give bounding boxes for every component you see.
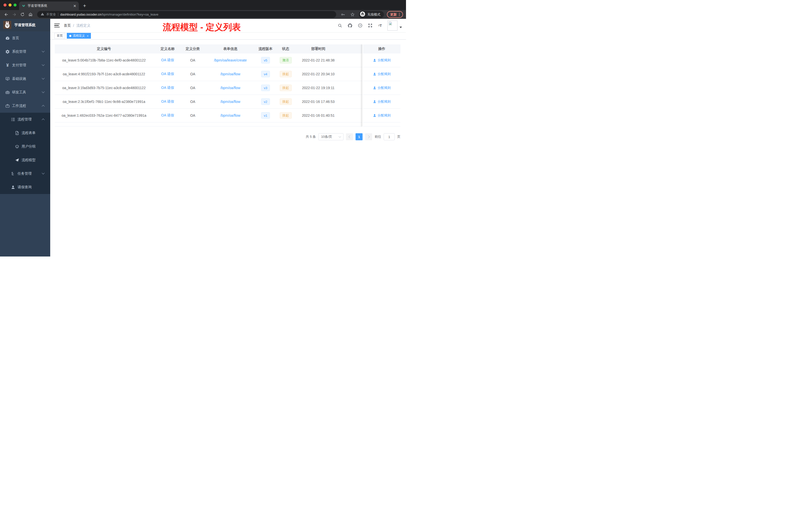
fullscreen-icon[interactable] [367, 22, 373, 29]
browser-menu-icon[interactable] [399, 13, 400, 16]
definition-name-link[interactable]: OA 请假 [161, 99, 174, 104]
sidebar-item-user-group[interactable]: 用户分组 [0, 140, 50, 153]
form-link[interactable]: /bpm/oa/flow [221, 100, 240, 104]
page-size-select[interactable]: 10条/页 [318, 133, 344, 140]
warning-triangle-icon[interactable] [41, 12, 44, 17]
sidebar-item-devtools[interactable]: 研发工具 [0, 86, 50, 99]
url-host: dashboard.yudao.iocoder.cn [60, 12, 101, 16]
sidebar-item-leave-query[interactable]: 请假查询 [0, 180, 50, 194]
close-window-button[interactable] [3, 3, 6, 6]
current-page-button[interactable]: 1 [355, 133, 362, 140]
update-button[interactable]: 更新 [387, 11, 403, 18]
monitor-icon [5, 76, 10, 81]
assign-rule-link[interactable]: 分配规则 [373, 99, 391, 104]
version-tag: v5 [261, 57, 270, 63]
maximize-window-button[interactable] [13, 3, 17, 6]
font-size-icon[interactable]: тT [377, 22, 383, 29]
sidebar-item-label: 流程表单 [22, 131, 36, 135]
sidebar-item-infra[interactable]: 基础设施 [0, 72, 50, 86]
svg-text:?: ? [359, 24, 360, 27]
chevron-down-icon [42, 50, 45, 52]
sidebar-collapse-icon[interactable] [54, 24, 60, 28]
col-header-deployed: 部署时间 [297, 47, 339, 51]
sidebar-item-process-form[interactable]: 流程表单 [0, 126, 50, 140]
form-link[interactable]: /bpm/oa/flow [221, 86, 240, 90]
sidebar-item-label: 系统管理 [12, 50, 26, 54]
avatar[interactable] [387, 21, 398, 31]
reload-icon[interactable] [19, 11, 26, 18]
incognito-icon [360, 11, 365, 18]
assign-rule-link[interactable]: 分配规则 [373, 86, 391, 90]
goto-label: 前往 [375, 134, 381, 139]
bookmark-star-icon[interactable] [349, 11, 356, 18]
app-title: 芋道管理系统 [14, 23, 35, 27]
tag-home[interactable]: 首页 [54, 33, 65, 39]
sidebar-item-process-mgmt[interactable]: 流程管理 [0, 113, 50, 126]
sidebar-item-home[interactable]: 首页 [0, 31, 50, 45]
col-header-version: 流程版本 [257, 47, 274, 51]
definition-name-link[interactable]: OA 请假 [161, 58, 174, 62]
address-bar[interactable]: 不安全 dashboard.yudao.iocoder.cn/bpm/manag… [37, 11, 336, 18]
cell-deployed-time: 2022-01-22 19:19:11 [297, 86, 339, 90]
assign-rule-link[interactable]: 分配规则 [373, 113, 391, 118]
col-header-category: 定义分类 [182, 47, 203, 51]
sidebar-item-workflow[interactable]: 工作流程 [0, 99, 50, 113]
incognito-badge: 无痕模式 [359, 11, 384, 18]
next-page-button[interactable] [365, 133, 372, 140]
dashboard-icon [5, 36, 10, 41]
breadcrumb-current: 流程定义 [76, 23, 90, 28]
user-icon [373, 72, 376, 76]
definition-name-link[interactable]: OA 请假 [161, 72, 174, 76]
version-tag: v1 [261, 112, 270, 119]
new-tab-button[interactable]: + [81, 2, 88, 9]
sidebar-item-task-mgmt[interactable]: 任务管理 [0, 167, 50, 180]
col-header-id: 定义编号 [55, 47, 153, 51]
chevron-down-icon [42, 90, 45, 93]
sidebar-item-system[interactable]: 系统管理 [0, 45, 50, 58]
back-icon[interactable] [3, 11, 9, 18]
breadcrumb-home[interactable]: 首页 [64, 23, 71, 28]
cell-category: OA [182, 114, 203, 117]
tag-close-icon[interactable]: × [87, 34, 88, 37]
definition-name-link[interactable]: OA 请假 [161, 113, 174, 118]
form-icon [14, 130, 20, 135]
window-controls[interactable] [3, 3, 17, 6]
chevron-up-icon [42, 105, 45, 108]
browser-tab[interactable]: 芋道管理系统 ✕ [19, 1, 79, 10]
form-link[interactable]: /bpm/oa/flow [221, 114, 240, 117]
prev-page-button[interactable] [346, 133, 353, 140]
status-badge: 挂起 [280, 71, 292, 77]
yen-icon: ¥ [5, 63, 10, 68]
search-icon[interactable] [337, 22, 343, 29]
sidebar-logo[interactable]: 芋道管理系统 [0, 19, 50, 31]
tab-close-icon[interactable]: ✕ [73, 4, 76, 8]
chevron-down-icon [42, 63, 45, 66]
sidebar-item-label: 用户分组 [22, 144, 36, 149]
form-link[interactable]: /bpm/oa/flow [221, 72, 240, 76]
sidebar-item-process-model[interactable]: 流程模型 [0, 153, 50, 167]
assign-rule-link[interactable]: 分配规则 [373, 72, 391, 76]
github-icon[interactable] [347, 22, 353, 29]
sidebar-item-label: 支付管理 [12, 63, 26, 67]
definition-name-link[interactable]: OA 请假 [161, 86, 174, 90]
help-icon[interactable]: ? [357, 22, 363, 29]
sidebar-item-payment[interactable]: ¥ 支付管理 [0, 58, 50, 72]
minimize-window-button[interactable] [8, 3, 11, 6]
table-header-row: 定义编号 定义名称 定义分类 表单信息 流程版本 状态 部署时间 [55, 44, 362, 54]
security-label[interactable]: 不安全 [46, 12, 56, 17]
incognito-label: 无痕模式 [367, 12, 380, 17]
form-link[interactable]: /bpm/oa/leave/create [214, 58, 247, 62]
assign-rule-link[interactable]: 分配规则 [373, 58, 391, 62]
col-header-status: 状态 [274, 47, 297, 51]
version-tag: v2 [261, 98, 270, 105]
tag-current[interactable]: 流程定义 × [67, 33, 91, 39]
avatar-caret-icon[interactable] [400, 27, 402, 28]
screen: 芋道管理系统 ✕ + 不安全 dashboard.yudao.iocoder.c… [0, 0, 406, 256]
cell-category: OA [182, 58, 203, 62]
password-key-icon[interactable] [340, 11, 346, 18]
page-size-value: 10条/页 [321, 134, 332, 139]
home-icon[interactable] [27, 11, 34, 18]
forward-icon[interactable] [11, 11, 18, 18]
user-icon [10, 185, 16, 190]
goto-page-input[interactable] [384, 133, 395, 140]
